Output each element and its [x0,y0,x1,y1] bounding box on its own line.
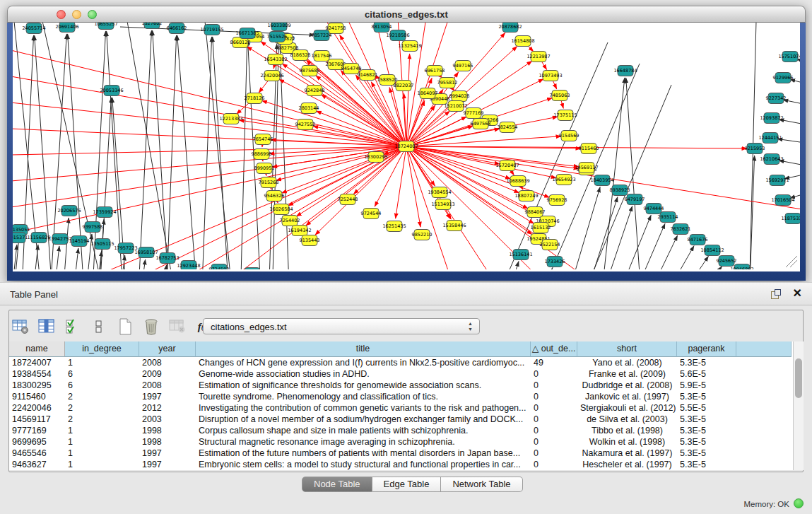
graph-node[interactable]: 9227342 [766,93,787,104]
graph-node[interactable]: 6961758 [425,66,445,76]
graph-node[interactable]: 7632621 [671,224,691,235]
graph-node[interactable]: 19384554 [428,187,451,198]
table-row[interactable]: 977716911998Corpus callosum shape and si… [9,425,793,436]
graph-node[interactable]: 9497165 [453,61,473,71]
graph-node[interactable]: 6466162 [167,23,187,34]
graph-node[interactable]: 2718126 [245,93,265,104]
graph-node[interactable]: 6994028 [449,91,470,102]
table-row[interactable]: 1872400712008Changes of HCN gene express… [9,357,793,368]
table-options-button[interactable] [11,317,30,336]
select-column-button[interactable] [37,317,56,336]
graph-node[interactable]: 7955812 [437,78,458,88]
tab-network-table[interactable]: Network Table [441,477,522,492]
citation-graph[interactable]: 1872400789129542322605898275081654338281… [13,23,800,269]
new-column-button[interactable] [116,317,134,336]
close-panel-icon[interactable]: ✕ [793,287,802,300]
table-row[interactable]: 1938455462009Genome-wide association stu… [9,368,793,380]
graph-node[interactable]: 9852210 [412,230,433,240]
graph-node[interactable]: 8990951 [254,163,275,174]
graph-node[interactable]: 9129966 [773,73,794,83]
graph-node[interactable]: 9242848 [305,86,325,96]
graph-node[interactable]: 9245652 [717,256,737,267]
table-header-row[interactable]: namein_degreeyeartitle△ out_de...shortpa… [9,341,793,357]
table-row[interactable]: 911546021997Tourette syndrome. Phenomeno… [9,391,793,402]
graph-node[interactable]: 12093872 [760,113,783,124]
graph-node[interactable]: 18403954 [590,175,613,186]
graph-node[interactable]: 1733426 [545,257,565,267]
graph-node[interactable]: 7915268 [259,177,279,188]
table-row[interactable]: 1456911722003Disruption of a novel membe… [9,414,793,425]
graph-node[interactable]: 12213987 [526,52,550,62]
table-row[interactable]: 969969511998Structural magnetic resonanc… [9,436,793,448]
graph-node[interactable]: 9886998 [252,149,272,160]
graph-node[interactable]: 9724544 [361,209,382,219]
graph-node[interactable]: 9146821 [358,70,378,81]
delete-table-button-disabled[interactable] [168,317,187,336]
table-row[interactable]: 946554611997Estimation of the future num… [9,448,793,459]
graph-node[interactable]: 6497568 [471,119,491,129]
graph-node[interactable]: 16543382 [264,54,287,65]
graph-node[interactable]: 9397588 [83,222,103,233]
column-header-year[interactable]: year [139,341,196,357]
graph-node[interactable]: 2935114 [658,212,678,223]
graph-node[interactable]: 11156829 [27,233,50,243]
graph-node[interactable]: 1864097 [418,88,438,99]
graph-node[interactable]: 9875685 [300,66,320,76]
graph-node[interactable]: 7254402 [280,216,300,226]
graph-node[interactable]: 19654923 [552,175,575,185]
graph-node[interactable]: 15692971 [765,175,789,186]
graph-node[interactable]: 7485063 [550,90,570,101]
graph-node[interactable]: 10719155 [200,25,223,35]
row-height-button[interactable] [90,317,108,336]
graph-node[interactable]: 16782753 [155,253,179,264]
graph-node[interactable]: 3824554 [498,122,518,133]
graph-node[interactable]: 20878682 [498,23,522,33]
graph-node[interactable]: 9215953 [745,144,765,154]
column-header-in_degree[interactable]: in_degree [65,341,139,357]
graph-node[interactable]: 15751074 [778,52,800,62]
column-header-filler[interactable] [736,341,792,357]
delete-column-button[interactable] [142,317,160,336]
graph-node[interactable]: 20691406 [55,23,78,33]
graph-node[interactable]: 15136141 [509,250,532,260]
graph-node[interactable]: 24055714 [22,23,45,34]
column-header-name[interactable]: name [9,341,65,357]
graph-node[interactable]: 9546326 [264,191,285,201]
tab-node-table[interactable]: Node Table [302,477,372,492]
graph-node[interactable]: 7857224 [312,30,332,41]
graph-node[interactable]: 9115460 [579,144,599,154]
column-header-△ out_de...[interactable]: △ out_de... [531,341,577,357]
graph-node[interactable]: 8186328 [290,50,311,61]
graph-node[interactable]: 10655257 [94,23,117,30]
graph-node[interactable]: 8813054 [372,23,392,33]
graph-node[interactable]: 12444151 [758,133,782,144]
graph-node[interactable]: 1527602 [142,23,163,29]
graph-node[interactable]: 15358446 [442,221,466,231]
graph-node[interactable]: 9427552 [295,119,316,130]
graph-node[interactable]: 16958107 [134,247,158,258]
column-header-title[interactable]: title [196,341,531,357]
graph-node[interactable]: 2522154 [540,240,560,250]
graph-node[interactable]: 1145194 [69,236,90,247]
graph-node[interactable]: 1615132 [531,223,551,233]
graph-node[interactable]: 16194342 [288,226,311,236]
graph-node[interactable]: 17016504 [771,195,794,206]
table-row[interactable]: 1830029562008Estimation of significance … [9,380,793,391]
graph-node[interactable]: 10854112 [700,245,724,256]
graph-node[interactable]: 16154808 [511,36,534,47]
table-row[interactable]: 2242004622012Investigating the contribut… [9,402,793,414]
graph-node[interactable]: 20206576 [57,206,81,216]
graph-node[interactable]: 17375115 [553,110,577,121]
graph-node[interactable]: 9135443 [300,235,320,246]
graph-node[interactable]: 9724502 [209,264,230,270]
scrollbar-thumb[interactable] [795,358,802,398]
graph-node[interactable]: 11325419 [398,41,421,52]
table-select-dropdown[interactable]: citations_edges.txt ▲▼ [203,318,480,334]
graph-node[interactable]: 7654746 [253,134,273,145]
column-checklist-button[interactable] [64,317,82,336]
window-titlebar[interactable]: citations_edges.txt [7,6,806,23]
graph-node[interactable]: 16026584 [269,204,293,215]
network-canvas[interactable]: 1872400789129542322605898275081654338281… [13,23,800,271]
graph-node[interactable]: 15134913 [431,199,454,210]
graph-node[interactable]: 16251435 [382,221,406,232]
